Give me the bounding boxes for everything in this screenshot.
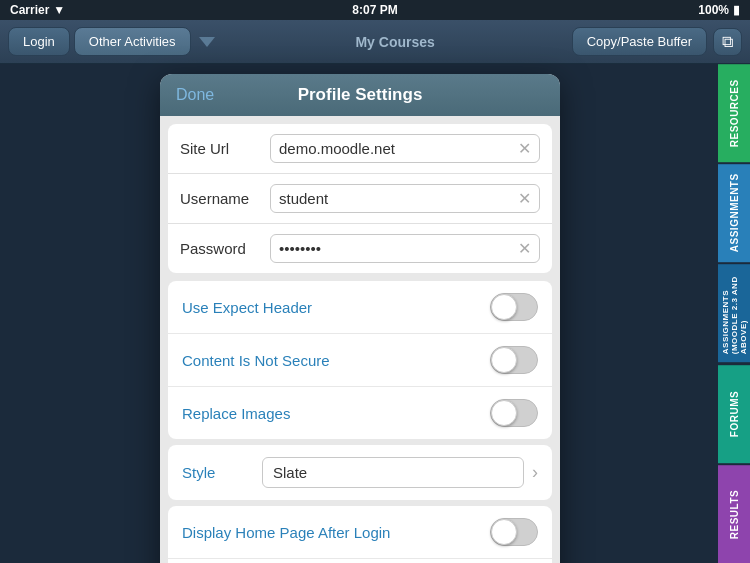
site-url-label: Site Url <box>180 140 270 157</box>
status-bar-left: Carrier ▼ <box>10 3 65 17</box>
login-tab[interactable]: Login <box>8 27 70 56</box>
site-url-clear-icon[interactable]: ✕ <box>518 139 531 158</box>
toggle-knob <box>491 347 517 373</box>
site-url-input-wrap: ✕ <box>270 134 540 163</box>
assignments2-tab[interactable]: ASSIGNMENTS (Moodle 2.3 and above) <box>718 264 750 362</box>
password-label: Password <box>180 240 270 257</box>
battery-label: 100% <box>698 3 729 17</box>
username-input[interactable] <box>279 190 514 207</box>
other-activities-tab[interactable]: Other Activities <box>74 27 191 56</box>
right-tabs: RESOURCES ASSIGNMENTS ASSIGNMENTS (Moodl… <box>718 64 750 563</box>
toggles-section-1: Use Expect Header Content Is Not Secure … <box>168 281 552 439</box>
modal-header: Done Profile Settings <box>160 74 560 116</box>
forums-tab[interactable]: FORUMS <box>718 365 750 463</box>
resources-tab[interactable]: RESOURCES <box>718 64 750 162</box>
ical-events-row: iCal Events : Selection Method <box>168 559 552 563</box>
replace-images-toggle[interactable] <box>490 399 538 427</box>
content-not-secure-label: Content Is Not Secure <box>182 352 330 369</box>
username-input-wrap: ✕ <box>270 184 540 213</box>
status-bar: Carrier ▼ 8:07 PM 100% ▮ <box>0 0 750 20</box>
done-button[interactable]: Done <box>176 86 214 104</box>
dropdown-arrow-icon <box>199 37 215 47</box>
status-bar-right: 100% ▮ <box>698 3 740 17</box>
style-section: Style Slate › <box>168 445 552 500</box>
use-expect-header-label: Use Expect Header <box>182 299 312 316</box>
style-chevron-right-icon: › <box>532 462 538 483</box>
modal-body: Site Url ✕ Username ✕ Password <box>160 124 560 563</box>
display-home-page-label: Display Home Page After Login <box>182 524 390 541</box>
status-bar-time: 8:07 PM <box>352 3 397 17</box>
toggles-section-2: Display Home Page After Login iCal Event… <box>168 506 552 563</box>
password-input-wrap: ✕ <box>270 234 540 263</box>
display-home-page-toggle[interactable] <box>490 518 538 546</box>
modal-title: Profile Settings <box>298 85 423 105</box>
style-label: Style <box>182 464 262 481</box>
username-label: Username <box>180 190 270 207</box>
password-row: Password ✕ <box>168 224 552 273</box>
wifi-icon: ▼ <box>53 3 65 17</box>
username-row: Username ✕ <box>168 174 552 224</box>
battery-icon: ▮ <box>733 3 740 17</box>
password-clear-icon[interactable]: ✕ <box>518 239 531 258</box>
username-clear-icon[interactable]: ✕ <box>518 189 531 208</box>
assignments-tab[interactable]: ASSIGNMENTS <box>718 164 750 262</box>
use-expect-header-row: Use Expect Header <box>168 281 552 334</box>
main-content: Done Profile Settings Site Url ✕ Usernam… <box>0 64 750 563</box>
resources-tab-label: RESOURCES <box>729 79 740 147</box>
toggle-knob <box>491 519 517 545</box>
toggle-knob <box>491 400 517 426</box>
results-tab[interactable]: RESULTS <box>718 465 750 563</box>
copy-paste-button[interactable]: Copy/Paste Buffer <box>572 27 707 56</box>
use-expect-header-toggle[interactable] <box>490 293 538 321</box>
form-fields-section: Site Url ✕ Username ✕ Password <box>168 124 552 273</box>
content-not-secure-toggle[interactable] <box>490 346 538 374</box>
top-nav: Login Other Activities My Courses Copy/P… <box>0 20 750 64</box>
toggle-knob <box>491 294 517 320</box>
content-not-secure-row: Content Is Not Secure <box>168 334 552 387</box>
clipboard-icon[interactable]: ⧉ <box>713 28 742 56</box>
results-tab-label: RESULTS <box>729 489 740 538</box>
site-url-input[interactable] <box>279 140 514 157</box>
style-value[interactable]: Slate <box>262 457 524 488</box>
nav-right: Copy/Paste Buffer ⧉ <box>572 27 742 56</box>
forums-tab-label: FORUMS <box>729 391 740 437</box>
profile-settings-modal: Done Profile Settings Site Url ✕ Usernam… <box>160 74 560 563</box>
replace-images-row: Replace Images <box>168 387 552 439</box>
password-input[interactable] <box>279 240 514 257</box>
carrier-label: Carrier <box>10 3 49 17</box>
nav-center-label: My Courses <box>355 34 434 50</box>
site-url-row: Site Url ✕ <box>168 124 552 174</box>
replace-images-label: Replace Images <box>182 405 290 422</box>
assignments2-tab-label: ASSIGNMENTS (Moodle 2.3 and above) <box>721 272 748 354</box>
display-home-page-row: Display Home Page After Login <box>168 506 552 559</box>
assignments-tab-label: ASSIGNMENTS <box>729 174 740 253</box>
style-row: Style Slate › <box>168 445 552 500</box>
